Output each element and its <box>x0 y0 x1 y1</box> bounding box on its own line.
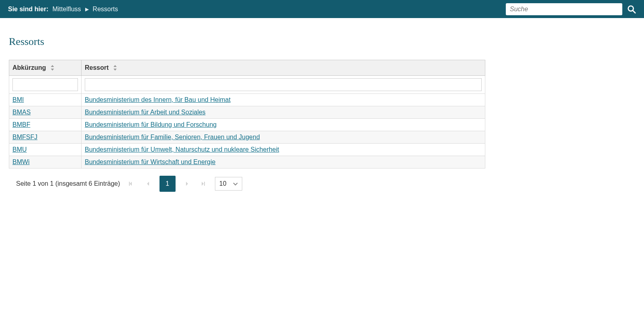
ressort-link[interactable]: Bundesministerium des Innern, für Bau un… <box>85 96 231 103</box>
table-row: BMUBundesministerium für Umwelt, Natursc… <box>9 144 485 156</box>
abbr-link[interactable]: BMFSFJ <box>12 134 37 140</box>
current-page[interactable]: 1 <box>159 176 176 192</box>
abbr-link[interactable]: BMI <box>12 96 24 103</box>
sort-icon <box>113 65 117 71</box>
chevron-left-icon <box>145 181 150 187</box>
abbr-link[interactable]: BMBF <box>12 121 30 128</box>
svg-marker-3 <box>51 69 54 71</box>
pagination-summary: Seite 1 von 1 (insgesamt 6 Einträge) <box>16 180 120 187</box>
column-label: Abkürzung <box>12 64 46 71</box>
abbr-link[interactable]: BMAS <box>12 109 31 116</box>
filter-input-ressort[interactable] <box>85 78 482 91</box>
column-label: Ressort <box>85 64 109 71</box>
filter-input-abkuerzung[interactable] <box>12 78 78 91</box>
first-page-button[interactable] <box>127 179 136 188</box>
svg-rect-11 <box>204 182 205 186</box>
ressort-link[interactable]: Bundesministerium für Umwelt, Naturschut… <box>85 146 279 153</box>
breadcrumb-label: Sie sind hier: <box>8 6 48 13</box>
table-row: BMASBundesministerium für Arbeit und Soz… <box>9 106 485 119</box>
svg-marker-9 <box>186 182 188 186</box>
ressort-link[interactable]: Bundesministerium für Arbeit und Soziale… <box>85 109 206 116</box>
last-page-button[interactable] <box>199 179 208 188</box>
search-input[interactable] <box>506 3 622 15</box>
abbr-link[interactable]: BMWi <box>12 158 30 165</box>
column-header-abkuerzung[interactable]: Abkürzung <box>9 60 82 76</box>
page-size-select[interactable]: 10 <box>215 177 242 191</box>
ressort-link[interactable]: Bundesministerium für Familie, Senioren,… <box>85 134 260 140</box>
breadcrumb-item-mittelfluss[interactable]: Mittelfluss <box>52 6 81 13</box>
ressort-link[interactable]: Bundesministerium für Wirtschaft und Ene… <box>85 158 215 165</box>
breadcrumb: Sie sind hier: Mittelfluss ▶ Ressorts <box>8 6 506 13</box>
svg-line-1 <box>633 10 635 12</box>
next-page-button[interactable] <box>183 179 192 188</box>
table-row: BMFSFJBundesministerium für Familie, Sen… <box>9 131 485 144</box>
breadcrumb-item-ressorts[interactable]: Ressorts <box>93 6 118 13</box>
prev-page-button[interactable] <box>143 179 152 188</box>
sort-icon <box>50 65 55 71</box>
search-icon <box>627 5 636 14</box>
page-title: Ressorts <box>9 36 485 48</box>
svg-marker-4 <box>114 65 117 67</box>
last-page-icon <box>200 181 206 187</box>
chevron-right-icon <box>185 181 190 187</box>
topbar: Sie sind hier: Mittelfluss ▶ Ressorts <box>0 0 644 18</box>
main-content: Ressorts Abkürzung Ressort <box>0 18 494 201</box>
page-size-value: 10 <box>219 180 227 187</box>
search-area <box>506 3 636 15</box>
pagination: Seite 1 von 1 (insgesamt 6 Einträge) 1 1… <box>9 176 485 192</box>
svg-marker-10 <box>202 182 204 186</box>
search-button[interactable] <box>627 5 636 14</box>
ressort-link[interactable]: Bundesministerium für Bildung und Forsch… <box>85 121 217 128</box>
svg-rect-7 <box>129 182 130 186</box>
abbr-link[interactable]: BMU <box>12 146 27 153</box>
column-header-ressort[interactable]: Ressort <box>82 60 485 76</box>
ressorts-table: Abkürzung Ressort <box>9 60 485 169</box>
svg-marker-2 <box>51 65 54 67</box>
svg-marker-5 <box>114 69 117 71</box>
first-page-icon <box>129 181 135 187</box>
svg-marker-8 <box>147 182 149 186</box>
table-row: BMBFBundesministerium für Bildung und Fo… <box>9 119 485 131</box>
table-row: BMIBundesministerium des Innern, für Bau… <box>9 94 485 106</box>
svg-marker-6 <box>130 182 132 186</box>
breadcrumb-separator-icon: ▶ <box>85 6 89 12</box>
chevron-down-icon <box>233 180 238 187</box>
table-row: BMWiBundesministerium für Wirtschaft und… <box>9 156 485 169</box>
